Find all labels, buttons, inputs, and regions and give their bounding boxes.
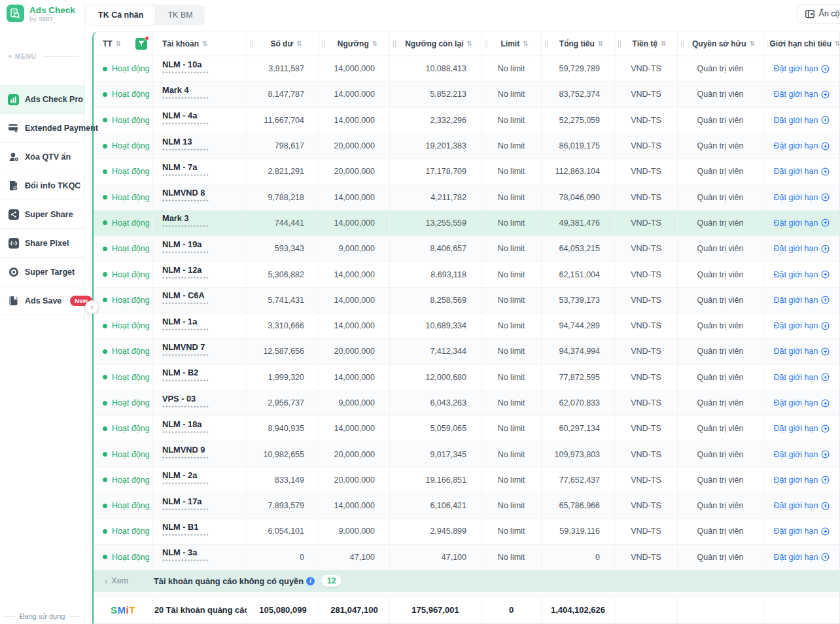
set-spend-limit-link[interactable]: Đặt giới hạn <box>774 553 818 562</box>
table-row[interactable]: Hoạt độngNLM - 17a***************7,893,5… <box>94 493 839 519</box>
set-limit-icon[interactable] <box>821 116 830 124</box>
set-spend-limit-link[interactable]: Đặt giới hạn <box>774 193 818 202</box>
column-header-threshold[interactable]: Ngưỡng⇅ <box>319 31 390 56</box>
set-spend-limit-link[interactable]: Đặt giới hạn <box>774 373 818 382</box>
table-row[interactable]: Hoạt độngNLM - 1a***************3,310,66… <box>94 313 839 339</box>
sidebar-item-xoa-qtv-an[interactable]: Xóa QTV ẩn <box>0 143 84 171</box>
set-spend-limit-link[interactable]: Đặt giới hạn <box>774 424 818 433</box>
account-cell[interactable]: Mark 3*************** <box>153 211 247 235</box>
table-row[interactable]: Hoạt độngNLM - C6A***************5,741,4… <box>94 288 839 313</box>
set-limit-icon[interactable] <box>821 245 830 253</box>
account-cell[interactable]: NLM - B2*************** <box>153 365 247 390</box>
column-header-ownership[interactable]: Quyền sở hữu⇅ <box>678 31 763 56</box>
set-limit-icon[interactable] <box>821 502 830 510</box>
set-limit-icon[interactable] <box>821 527 830 536</box>
account-cell[interactable]: NLMVND 7*************** <box>153 339 247 364</box>
no-permission-expand-row[interactable]: › Xem Tài khoản quảng cáo không có quyền… <box>94 570 839 592</box>
set-spend-limit-link[interactable]: Đặt giới hạn <box>774 476 818 485</box>
set-spend-limit-link[interactable]: Đặt giới hạn <box>774 218 818 228</box>
set-spend-limit-link[interactable]: Đặt giới hạn <box>774 116 818 125</box>
sidebar-item-extended-payment[interactable]: Extended Payment <box>0 114 84 143</box>
set-spend-limit-link[interactable]: Đặt giới hạn <box>774 501 818 510</box>
set-spend-limit-link[interactable]: Đặt giới hạn <box>774 527 818 536</box>
table-row[interactable]: Hoạt độngVPS - 03***************2,956,73… <box>94 390 839 416</box>
set-spend-limit-link[interactable]: Đặt giới hạn <box>774 450 818 459</box>
account-cell[interactable]: NLM - 1a*************** <box>153 313 247 338</box>
set-limit-icon[interactable] <box>821 167 830 176</box>
account-cell[interactable]: NLM - 10a*************** <box>153 56 247 81</box>
column-header-currency[interactable]: Tiền tệ⇅ <box>615 31 678 56</box>
table-row[interactable]: Hoạt độngNLM - B2***************1,999,32… <box>94 365 839 390</box>
account-cell[interactable]: NLM - 3a*************** <box>153 545 247 570</box>
table-row[interactable]: Hoạt độngNLM - 3a***************047,1004… <box>94 545 839 570</box>
sort-icon[interactable]: ⇅ <box>202 40 207 47</box>
column-header-limit[interactable]: Limit⇅ <box>481 31 542 56</box>
sort-icon[interactable]: ⇅ <box>750 40 755 47</box>
sort-icon[interactable]: ⇅ <box>598 40 603 47</box>
set-spend-limit-link[interactable]: Đặt giới hạn <box>774 347 818 356</box>
column-drag-handle[interactable] <box>323 40 325 47</box>
table-row[interactable]: Hoạt độngNLMVND 7***************12,587,6… <box>94 339 839 364</box>
account-cell[interactable]: NLM - 19a*************** <box>153 236 247 261</box>
set-spend-limit-link[interactable]: Đặt giới hạn <box>774 398 818 407</box>
table-row[interactable]: Hoạt độngNLM - B1***************6,054,10… <box>94 519 839 544</box>
set-spend-limit-link[interactable]: Đặt giới hạn <box>774 296 818 305</box>
sidebar-item-super-share[interactable]: Super Share <box>0 200 84 229</box>
table-row[interactable]: Hoạt độngNLM - 19a***************593,343… <box>94 236 839 262</box>
tab-tk-ca-nhan[interactable]: TK Cá nhân <box>86 5 156 26</box>
set-limit-icon[interactable] <box>821 65 830 73</box>
set-limit-icon[interactable] <box>821 90 830 99</box>
table-row[interactable]: Hoạt độngMark 4***************8,147,7871… <box>94 82 839 107</box>
set-limit-icon[interactable] <box>821 142 830 150</box>
set-limit-icon[interactable] <box>821 296 830 304</box>
account-cell[interactable]: NLM - 4a*************** <box>153 108 247 133</box>
account-cell[interactable]: NLM - 12a*************** <box>153 262 247 286</box>
column-header-spend-limit[interactable]: Giới hạn chi tiêu⇅ <box>763 31 840 56</box>
hide-columns-button[interactable]: Ẩn cột <box>797 4 840 24</box>
table-row[interactable]: Hoạt độngNLM - 2a***************833,1492… <box>94 468 839 493</box>
account-cell[interactable]: NLM - 17a*************** <box>153 493 247 518</box>
set-limit-icon[interactable] <box>821 193 830 201</box>
sort-icon[interactable]: ⇅ <box>523 40 528 47</box>
table-row[interactable]: Hoạt độngMark 3***************744,44114,… <box>94 211 839 236</box>
column-drag-handle[interactable] <box>545 40 548 47</box>
account-cell[interactable]: NLM - 2a*************** <box>153 468 247 493</box>
set-limit-icon[interactable] <box>821 373 830 381</box>
column-drag-handle[interactable] <box>618 40 621 47</box>
set-spend-limit-link[interactable]: Đặt giới hạn <box>774 321 818 330</box>
table-row[interactable]: Hoạt độngNLM - 12a***************5,306,8… <box>94 262 839 287</box>
account-cell[interactable]: VPS - 03*************** <box>153 390 247 415</box>
set-limit-icon[interactable] <box>821 450 830 459</box>
set-limit-icon[interactable] <box>821 347 830 356</box>
sort-icon[interactable]: ⇅ <box>835 40 840 47</box>
set-spend-limit-link[interactable]: Đặt giới hạn <box>774 64 818 73</box>
column-drag-handle[interactable] <box>767 40 769 47</box>
account-cell[interactable]: NLM - B1*************** <box>153 519 247 544</box>
set-limit-icon[interactable] <box>821 218 830 227</box>
set-limit-icon[interactable] <box>821 270 830 279</box>
sidebar-item-super-target[interactable]: Super Target <box>0 258 84 286</box>
sort-icon[interactable]: ⇅ <box>372 40 377 47</box>
account-cell[interactable]: NLMVND 8*************** <box>153 184 247 209</box>
sidebar-item-oi-info-tkqc[interactable]: Đổi info TKQC <box>0 171 84 200</box>
sort-icon[interactable]: ⇅ <box>296 40 302 47</box>
sidebar-item-share-pixel[interactable]: Share Pixel <box>0 229 84 258</box>
set-spend-limit-link[interactable]: Đặt giới hạn <box>774 244 818 253</box>
set-limit-icon[interactable] <box>821 322 830 330</box>
sidebar-collapse-button[interactable]: ‹ <box>85 300 99 314</box>
table-row[interactable]: Hoạt độngNLM - 7a***************2,821,29… <box>94 159 839 184</box>
filter-icon[interactable] <box>135 38 147 50</box>
set-spend-limit-link[interactable]: Đặt giới hạn <box>774 270 818 279</box>
sort-icon[interactable]: ⇅ <box>116 40 121 47</box>
table-row[interactable]: Hoạt độngNLM 13***************798,61720,… <box>94 133 839 159</box>
table-row[interactable]: Hoạt độngNLMVND 8***************9,788,21… <box>94 184 839 210</box>
sidebar-item-ads-save[interactable]: Ads SaveNew <box>0 286 84 315</box>
column-header-account[interactable]: Tài khoản⇅ <box>153 31 247 56</box>
expand-toggle[interactable]: › Xem <box>94 576 153 586</box>
set-limit-icon[interactable] <box>821 399 830 407</box>
column-header-balance[interactable]: Số dư⇅ <box>247 31 319 56</box>
account-cell[interactable]: NLM - C6A*************** <box>153 288 247 313</box>
account-cell[interactable]: NLM - 18a*************** <box>153 416 247 441</box>
account-cell[interactable]: NLMVND 9*************** <box>153 442 247 466</box>
column-header-tt[interactable]: TT⇅ <box>94 31 153 56</box>
